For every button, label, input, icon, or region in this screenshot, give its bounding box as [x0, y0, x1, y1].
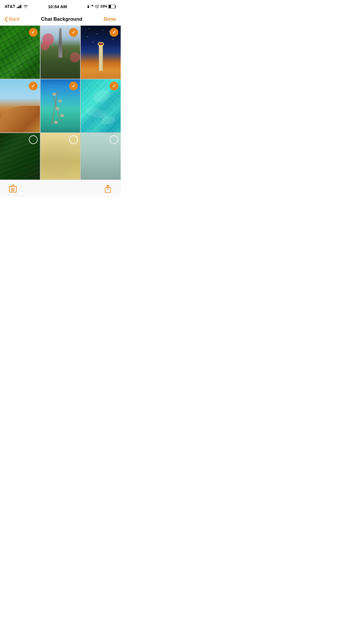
wifi-icon [23, 5, 28, 8]
battery-text: 33% [100, 4, 107, 8]
svg-rect-4 [87, 6, 89, 8]
status-right: 33% [87, 4, 116, 8]
svg-rect-0 [17, 7, 18, 8]
svg-rect-3 [20, 5, 21, 8]
grid-item-turquoise[interactable] [81, 79, 121, 132]
alarm-icon [95, 4, 99, 8]
grid-item-maldives[interactable] [41, 79, 80, 132]
location-icon [91, 5, 94, 8]
status-time: 10:54 AM [48, 4, 67, 9]
share-button[interactable] [102, 183, 114, 195]
battery-icon [108, 5, 116, 8]
page-title: Chat Background [41, 16, 82, 22]
trash-icon [9, 184, 17, 193]
grid-item-mint[interactable] [81, 133, 121, 180]
grid-item-lighthouse[interactable] [81, 26, 121, 79]
check-badge-leaf [29, 28, 38, 37]
svg-rect-1 [18, 6, 19, 8]
bottom-toolbar [0, 180, 121, 197]
share-icon [104, 184, 112, 193]
svg-rect-2 [19, 6, 20, 8]
carrier-text: AT&T [5, 4, 15, 9]
lock-icon [87, 5, 90, 8]
done-button[interactable]: Done [103, 16, 116, 22]
check-badge-dark-green [29, 135, 38, 144]
grid-item-desert[interactable] [0, 79, 40, 132]
grid-item-dark-green[interactable] [0, 133, 40, 180]
svg-rect-8 [115, 6, 116, 7]
grid-item-sand[interactable] [41, 133, 80, 180]
grid-item-eiffel[interactable] [41, 26, 80, 79]
signal-icon [17, 5, 22, 8]
back-button[interactable]: Back [5, 16, 20, 22]
status-bar: AT&T 10:54 AM 33% [0, 0, 121, 13]
nav-bar: Back Chat Background Done [0, 13, 121, 26]
chevron-left-icon [5, 17, 8, 22]
check-badge-lighthouse [110, 28, 118, 37]
check-badge-desert [29, 82, 38, 90]
status-left: AT&T [5, 4, 28, 9]
svg-rect-7 [109, 5, 111, 8]
delete-button[interactable] [7, 183, 19, 195]
grid-item-leaf[interactable] [0, 26, 40, 79]
background-grid [0, 26, 121, 180]
back-label: Back [9, 16, 20, 22]
